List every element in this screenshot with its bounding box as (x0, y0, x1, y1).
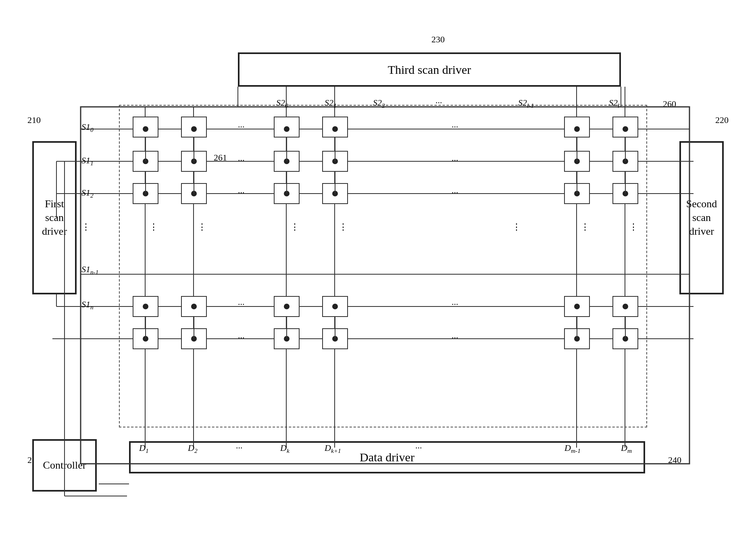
svg-rect-0 (81, 107, 689, 464)
vdots-col6: ⋮ (581, 222, 589, 232)
hdots-rownb: ··· (452, 299, 458, 310)
svg-point-90 (332, 304, 338, 309)
vdots-col3: ⋮ (290, 222, 299, 232)
vdots-col1: ⋮ (149, 222, 158, 232)
hdots-rowlastb: ··· (452, 333, 458, 343)
hdots-rown: ··· (238, 299, 245, 310)
label-s21: S21 (325, 98, 337, 109)
diagram-svg (12, 12, 744, 532)
svg-point-88 (191, 304, 197, 309)
label-s2l1: S2l-1 (518, 98, 534, 109)
label-s1n: S1n (81, 299, 94, 311)
label-dm1: Dm-1 (564, 443, 581, 454)
diagram-container: 230 Third scan driver 210 220 260 250 24… (12, 12, 744, 532)
label-s2l: S2l (609, 98, 619, 109)
label-sdots: ··· (435, 98, 442, 108)
hdots-rowlast: ··· (238, 333, 245, 343)
svg-point-71 (284, 126, 289, 132)
label-d2: D2 (188, 443, 198, 454)
label-dk: Dk (280, 443, 289, 454)
svg-point-91 (574, 304, 580, 309)
svg-point-72 (332, 126, 338, 132)
label-vdots1: ⋮ (81, 222, 90, 232)
label-s1n1: S1n-1 (81, 264, 99, 276)
vdots-col2: ⋮ (198, 222, 206, 232)
vdots-col7: ⋮ (629, 222, 638, 232)
label-dm: Dm (621, 443, 632, 454)
svg-point-69 (143, 126, 148, 132)
vdots-col5: ⋮ (512, 222, 521, 232)
label-s11: S11 (81, 155, 94, 167)
label-s12: S12 (81, 188, 94, 199)
label-ddots: ··· (236, 443, 243, 453)
vdots-col4: ⋮ (339, 222, 348, 232)
svg-point-87 (143, 304, 148, 309)
label-s22: S22 (373, 98, 385, 109)
label-dk1: Dk+1 (325, 443, 341, 454)
svg-point-73 (574, 126, 580, 132)
svg-point-70 (191, 126, 197, 132)
hdots-row1b: ··· (452, 155, 458, 166)
hdots-row0b: ··· (452, 122, 458, 132)
svg-point-74 (623, 126, 628, 132)
label-s10: S10 (81, 122, 94, 133)
hdots-row0: ··· (238, 122, 245, 132)
label-ddots2: ··· (415, 443, 422, 453)
svg-point-92 (623, 304, 628, 309)
hdots-row1: ··· (238, 155, 245, 166)
hdots-row2: ··· (238, 188, 245, 198)
svg-point-89 (284, 304, 289, 309)
label-s20: S20 (276, 98, 288, 109)
label-d1: D1 (139, 443, 149, 454)
hdots-row2b: ··· (452, 188, 458, 198)
